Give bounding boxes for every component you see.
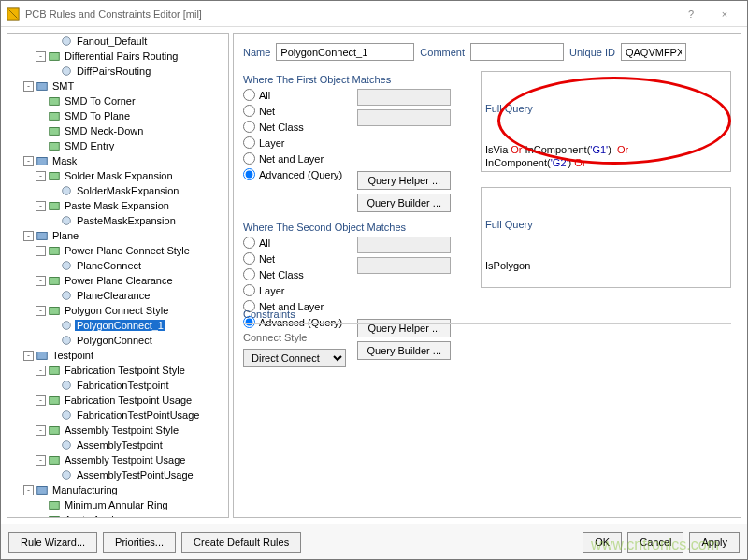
connect-style-select[interactable]: Direct Connect <box>243 349 346 367</box>
scope-combo-2[interactable] <box>357 109 451 126</box>
svg-rect-33 <box>50 517 60 519</box>
tree-item-label: FabricationTestPointUsage <box>75 409 201 421</box>
tree-item[interactable]: AssemblyTestpoint <box>11 438 228 452</box>
cancel-button[interactable]: Cancel <box>627 532 683 553</box>
scope-combo-4[interactable] <box>357 257 451 274</box>
close-button[interactable]: × <box>708 3 741 25</box>
svg-rect-8 <box>50 143 60 151</box>
tree-toggle-icon[interactable]: - <box>23 351 34 361</box>
help-button[interactable]: ? <box>674 3 708 25</box>
tree-item-label: Power Plane Connect Style <box>63 245 192 256</box>
svg-rect-15 <box>50 248 60 255</box>
tree-item[interactable]: PlaneClearance <box>11 288 228 303</box>
query-builder-button-1[interactable]: Query Builder ... <box>357 194 451 212</box>
match-option[interactable]: Layer <box>243 284 342 296</box>
tree-item[interactable]: AssemblyTestPointUsage <box>11 467 228 482</box>
tree-item[interactable]: -Plane <box>11 228 228 243</box>
create-default-rules-button[interactable]: Create Default Rules <box>181 532 301 553</box>
query-helper-button-1[interactable]: Query Helper ... <box>357 171 451 190</box>
tree-item[interactable]: -Mask <box>11 153 228 168</box>
tree-item[interactable]: -SMT <box>11 79 228 93</box>
tree-item-label: PlaneClearance <box>75 290 151 301</box>
tree-toggle-icon[interactable]: - <box>23 485 34 495</box>
tree-item[interactable]: -Manufacturing <box>11 482 228 497</box>
tree-item[interactable]: PolygonConnect_1 <box>11 318 228 333</box>
tree-item-label: PlaneConnect <box>75 260 143 271</box>
svg-point-11 <box>63 187 71 195</box>
tree-toggle-icon[interactable]: - <box>36 306 46 316</box>
svg-rect-12 <box>50 203 60 210</box>
match-option[interactable]: All <box>243 89 342 101</box>
tree-item[interactable]: -Power Plane Clearance <box>11 273 228 288</box>
name-input[interactable] <box>276 43 414 61</box>
comment-label: Comment <box>420 47 465 58</box>
svg-rect-29 <box>50 457 60 465</box>
scope-combo-3[interactable] <box>357 237 451 253</box>
tree-item-label: SMT <box>50 80 76 92</box>
tree-item[interactable]: SMD Entry <box>11 138 228 153</box>
tree-item[interactable]: PolygonConnect <box>11 333 228 348</box>
tree-item[interactable]: -Fabrication Testpoint Usage <box>11 393 228 408</box>
rule-form: Name Comment Unique ID Where The First O… <box>233 33 741 518</box>
tree-item[interactable]: -Solder Mask Expansion <box>11 168 228 183</box>
tree-item[interactable]: SMD To Corner <box>11 93 228 108</box>
tree-item[interactable]: -Paste Mask Expansion <box>11 198 228 213</box>
scope-combo-1[interactable] <box>357 89 451 106</box>
match-option[interactable]: Net and Layer <box>243 152 342 165</box>
uniqueid-input[interactable] <box>621 43 686 61</box>
tree-toggle-icon[interactable]: - <box>36 455 46 466</box>
match-option[interactable]: Advanced (Query) <box>243 168 342 180</box>
tree-toggle-icon[interactable]: - <box>23 231 34 241</box>
tree-item[interactable]: DiffPairsRouting <box>11 64 228 79</box>
priorities-button[interactable]: Priorities... <box>103 532 176 553</box>
svg-rect-4 <box>37 83 48 91</box>
tree-toggle-icon[interactable]: - <box>36 201 46 211</box>
ok-button[interactable]: OK <box>583 532 622 553</box>
match-option[interactable]: Net <box>243 105 342 117</box>
tree-toggle-icon[interactable]: - <box>23 156 34 166</box>
full-query-2-label: Full Query <box>485 218 726 231</box>
tree-item[interactable]: -Power Plane Connect Style <box>11 243 228 258</box>
tree-item[interactable]: PasteMaskExpansion <box>11 213 228 228</box>
tree-toggle-icon[interactable]: - <box>23 81 34 92</box>
match-option[interactable]: All <box>243 237 342 249</box>
tree-toggle-icon[interactable]: - <box>36 276 46 286</box>
tree-item[interactable]: Fanout_Default <box>11 34 228 49</box>
comment-input[interactable] <box>470 43 564 61</box>
tree-toggle-icon[interactable]: - <box>36 51 46 62</box>
tree-item[interactable]: SMD Neck-Down <box>11 123 228 138</box>
match-option[interactable]: Layer <box>243 136 342 149</box>
tree-toggle-icon[interactable]: - <box>36 246 46 256</box>
match-option[interactable]: Net Class <box>243 121 342 133</box>
tree-item[interactable]: -Fabrication Testpoint Style <box>11 363 228 378</box>
tree-item[interactable]: -Assembly Testpoint Style <box>11 423 228 438</box>
tree-item-label: Minimum Annular Ring <box>63 499 170 510</box>
tree-item-label: SMD To Corner <box>63 95 137 107</box>
apply-button[interactable]: Apply <box>689 532 740 553</box>
tree-item-label: SMD Entry <box>63 140 116 151</box>
first-match-options[interactable]: AllNetNet ClassLayerNet and LayerAdvance… <box>243 89 342 212</box>
tree-item[interactable]: PlaneConnect <box>11 258 228 273</box>
rule-wizard-button[interactable]: Rule Wizard... <box>8 532 97 553</box>
tree-item[interactable]: SMD To Plane <box>11 108 228 123</box>
tree-item[interactable]: FabricationTestPointUsage <box>11 408 228 423</box>
tree-item[interactable]: -Differential Pairs Routing <box>11 49 228 64</box>
full-query-1-box[interactable]: Full Query IsVia Or InComponent('G1') Or… <box>481 71 731 172</box>
match-option[interactable]: Net <box>243 252 342 265</box>
full-query-2-box[interactable]: Full Query IsPolygon <box>481 187 731 288</box>
svg-rect-10 <box>50 173 60 180</box>
match-option[interactable]: Net Class <box>243 268 342 280</box>
rules-tree[interactable]: Fanout_Default-Differential Pairs Routin… <box>7 33 229 518</box>
tree-item[interactable]: -Assembly Testpoint Usage <box>11 452 228 467</box>
tree-item[interactable]: FabricationTestpoint <box>11 378 228 393</box>
tree-toggle-icon[interactable]: - <box>36 171 46 181</box>
tree-item[interactable]: -Testpoint <box>11 348 228 363</box>
tree-toggle-icon[interactable]: - <box>36 366 46 376</box>
tree-toggle-icon[interactable]: - <box>36 425 46 436</box>
tree-item[interactable]: SolderMaskExpansion <box>11 183 228 198</box>
tree-item[interactable]: Minimum Annular Ring <box>11 497 228 512</box>
tree-item[interactable]: Acute Angle <box>11 512 228 518</box>
tree-toggle-icon[interactable]: - <box>36 395 46 406</box>
tree-item[interactable]: -Polygon Connect Style <box>11 303 228 318</box>
svg-rect-19 <box>50 308 60 315</box>
